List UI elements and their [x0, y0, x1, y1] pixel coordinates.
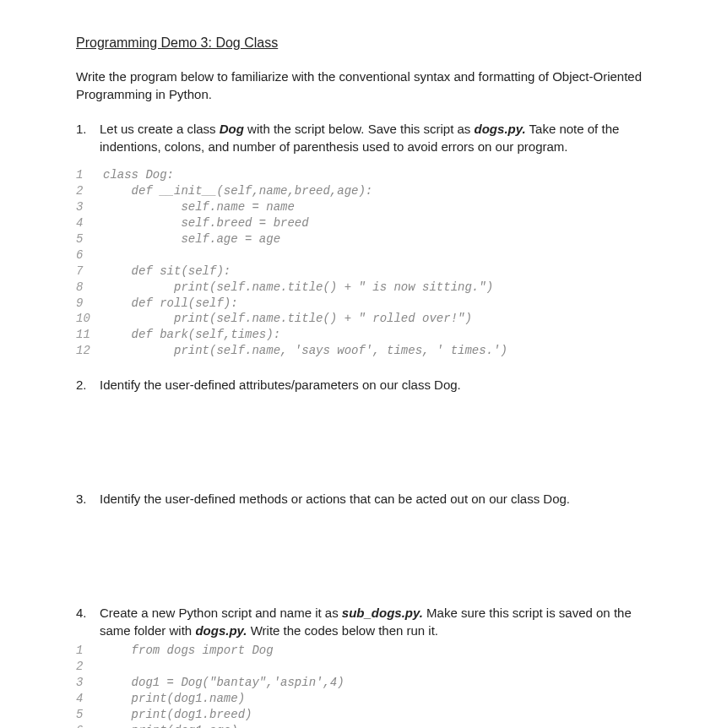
line-number: 4 — [76, 215, 103, 231]
step-2: 2. Identify the user-defined attributes/… — [76, 376, 651, 394]
answer-space-2 — [76, 397, 651, 490]
code-line: 9 def roll(self): — [76, 296, 651, 312]
line-number: 10 — [76, 311, 103, 327]
bold-dog: Dog — [220, 122, 244, 136]
code-text: print(self.name.title() + " rolled over!… — [103, 311, 651, 327]
bold-subdogs: sub_dogs.py. — [342, 606, 423, 620]
code-text: def bark(self,times): — [103, 327, 651, 343]
code-block-2: 1 from dogs import Dog 2 3 dog1 = Dog("b… — [76, 643, 651, 728]
line-number: 4 — [76, 691, 103, 707]
code-line: 2 def __init__(self,name,breed,age): — [76, 183, 651, 199]
code-line: 4 self.breed = breed — [76, 215, 651, 231]
step-number: 2. — [76, 376, 100, 394]
line-number: 5 — [76, 707, 103, 723]
code-line: 6 — [76, 247, 651, 263]
line-number: 8 — [76, 280, 103, 296]
code-line: 4 print(dog1.name) — [76, 691, 651, 707]
code-line: 8 print(self.name.title() + " is now sit… — [76, 280, 651, 296]
code-text — [103, 659, 651, 675]
code-text: print(dog1.age) — [103, 723, 651, 728]
step-text: Identify the user-defined methods or act… — [100, 490, 651, 508]
code-line: 2 — [76, 659, 651, 675]
code-line: 11 def bark(self,times): — [76, 327, 651, 343]
code-text: class Dog: — [103, 167, 651, 183]
code-text: print(dog1.name) — [103, 691, 651, 707]
code-line: 3 dog1 = Dog("bantay",'aspin',4) — [76, 675, 651, 691]
code-text: self.name = name — [103, 199, 651, 215]
step-text: Identify the user-defined attributes/par… — [100, 376, 651, 394]
step-4: 4. Create a new Python script and name i… — [76, 604, 651, 639]
line-number: 5 — [76, 231, 103, 247]
code-line: 7 def sit(self): — [76, 263, 651, 280]
line-number: 2 — [76, 183, 103, 199]
step-number: 4. — [76, 604, 100, 639]
bold-dogspy: dogs.py. — [475, 122, 526, 136]
step-3: 3. Identify the user-defined methods or … — [76, 490, 651, 508]
line-number: 11 — [76, 327, 103, 343]
line-number: 6 — [76, 247, 103, 263]
code-line: 5 print(dog1.breed) — [76, 707, 651, 723]
code-line: 3 self.name = name — [76, 199, 651, 215]
code-text: def roll(self): — [103, 296, 651, 312]
code-line: 12 print(self.name, 'says woof', times, … — [76, 343, 651, 359]
code-text: from dogs import Dog — [103, 643, 651, 659]
line-number: 1 — [76, 643, 103, 659]
code-text: print(self.name.title() + " is now sitti… — [103, 280, 651, 296]
step-text: Let us create a class Dog with the scrip… — [100, 120, 651, 155]
text: Write the codes below then run it. — [247, 623, 439, 638]
step-number: 3. — [76, 490, 100, 508]
code-line: 1 from dogs import Dog — [76, 643, 651, 659]
code-text: def __init__(self,name,breed,age): — [103, 183, 651, 199]
step-text: Create a new Python script and name it a… — [100, 604, 651, 639]
code-text: self.age = age — [103, 231, 651, 247]
text: Let us create a class — [100, 122, 220, 136]
code-line: 1class Dog: — [76, 167, 651, 183]
step-number: 1. — [76, 120, 100, 155]
line-number: 7 — [76, 263, 103, 280]
text: Create a new Python script and name it a… — [100, 606, 342, 620]
line-number: 6 — [76, 723, 103, 728]
code-text: print(self.name, 'says woof', times, ' t… — [103, 343, 651, 359]
line-number: 2 — [76, 659, 103, 675]
line-number: 12 — [76, 343, 103, 359]
code-line: 10 print(self.name.title() + " rolled ov… — [76, 311, 651, 327]
line-number: 9 — [76, 296, 103, 312]
code-text: dog1 = Dog("bantay",'aspin',4) — [103, 675, 651, 691]
page-title: Programming Demo 3: Dog Class — [76, 34, 651, 52]
line-number: 3 — [76, 675, 103, 691]
bold-dogspy2: dogs.py. — [195, 623, 247, 638]
code-block-1: 1class Dog: 2 def __init__(self,name,bre… — [76, 167, 651, 359]
intro-text: Write the program below to familiarize w… — [76, 68, 651, 103]
code-line: 6 print(dog1.age) — [76, 723, 651, 728]
code-line: 5 self.age = age — [76, 231, 651, 247]
code-text: self.breed = breed — [103, 215, 651, 231]
text: with the script below. Save this script … — [244, 122, 475, 136]
step-1: 1. Let us create a class Dog with the sc… — [76, 120, 651, 155]
line-number: 3 — [76, 199, 103, 215]
code-text: print(dog1.breed) — [103, 707, 651, 723]
answer-space-3 — [76, 511, 651, 604]
line-number: 1 — [76, 167, 103, 183]
code-text — [103, 247, 651, 263]
code-text: def sit(self): — [103, 263, 651, 280]
